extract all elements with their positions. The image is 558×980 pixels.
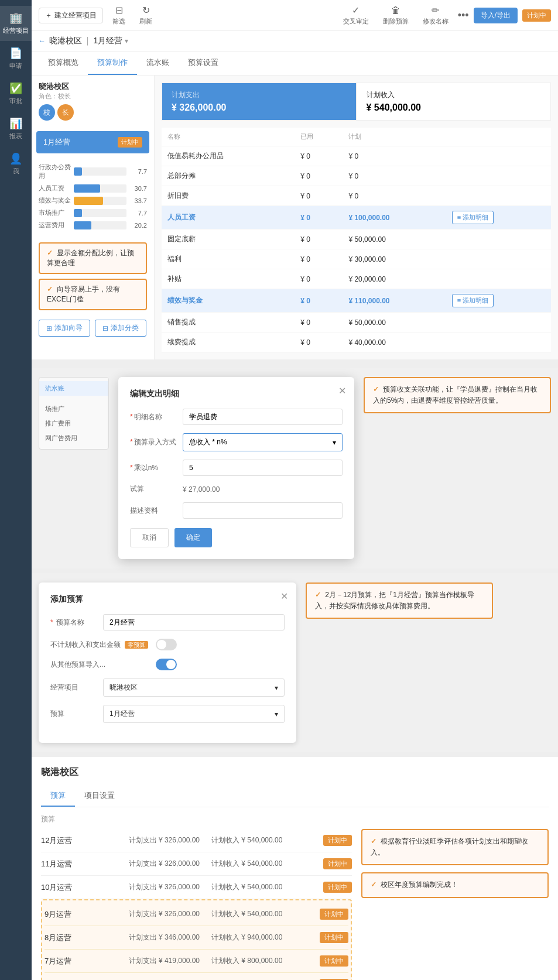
table-row: 固定底薪 ¥ 0 ¥ 50,000.00 — [162, 229, 551, 249]
add-category-button[interactable]: ⊟ 添加分类 — [95, 320, 146, 337]
list-item-nov[interactable]: 11月运营 计划支出 ¥ 326,000.00 计划收入 ¥ 540,000.0… — [41, 852, 352, 876]
period-breadcrumb: 1月经营 — [94, 36, 123, 46]
chart-track — [74, 209, 126, 217]
add-detail-bonus-button[interactable]: ≡ 添加明细 — [452, 294, 494, 307]
cancel-button[interactable]: 取消 — [130, 528, 169, 547]
sub-tab-budget[interactable]: 预算 — [41, 786, 75, 807]
list-item-sep[interactable]: 9月运营 计划支出 ¥ 326,000.00 计划收入 ¥ 540,000.00… — [44, 903, 348, 926]
tab-ledger[interactable]: 流水账 — [137, 52, 179, 75]
detail-name-input[interactable] — [183, 409, 343, 425]
add-budget-close-button[interactable]: ✕ — [280, 591, 288, 602]
top-toolbar: ＋ 建立经营项目 ⊟ 筛选 ↻ 刷新 ✓ 交叉审定 🗑 — [32, 0, 558, 31]
verify-icon: ✓ — [352, 5, 360, 16]
chevron-down-icon[interactable]: ▾ — [125, 37, 128, 45]
chart-row-admin: 行政办公费用 7.7 — [39, 163, 147, 180]
tab-budget-make[interactable]: 预算制作 — [88, 52, 137, 75]
modal-close-button[interactable]: ✕ — [338, 385, 346, 396]
sidebar-item-me[interactable]: 👤 我 — [0, 146, 32, 181]
annotation-box-template: ✓ 2月－12月预算，把『1月经营』预算当作模板导入，并按实际情况修改具体预算费… — [306, 582, 493, 619]
edit-expense-modal: 编辑支出明细 ✕ *明细名称 *预算录入方式 总收入 * n% — [118, 377, 354, 559]
project-header: 晓港校区 角色：校长 校 长 — [32, 76, 154, 126]
toolbar-more-icon[interactable]: ••• — [458, 9, 469, 22]
add-detail-salary-button[interactable]: ≡ 添加明细 — [452, 211, 494, 224]
annotation-box-1: ✓ 显示金额分配比例，让预算更合理 — [39, 242, 147, 274]
tab-settings[interactable]: 预算设置 — [179, 52, 228, 75]
section-add-budget: 添加预算 ✕ * 预算名称 不计划收入和支出金额 零预算 — [32, 573, 558, 752]
budget-name-input[interactable] — [103, 614, 285, 631]
list-item-jun[interactable]: 6月运营 计划支出 ¥ 401,000.00 计划收入 ¥ 840,000.00… — [44, 973, 348, 980]
chart-row-marketing: 市场推广 7.7 — [39, 208, 147, 217]
rename-action[interactable]: ✏ 修改名称 — [418, 5, 453, 26]
sidebar-item-reports[interactable]: 📊 报表 — [0, 111, 32, 146]
content-body: 晓港校区 角色：校长 校 长 1月经营 计划中 行政办公费用 — [32, 76, 558, 359]
avatar-group: 校 长 — [39, 104, 147, 121]
confirm-button[interactable]: 确定 — [174, 528, 212, 547]
sub-tab-project-settings[interactable]: 项目设置 — [75, 786, 124, 807]
table-row-bonus: 绩效与奖金 ¥ 0 ¥ 110,000.00 ≡ 添加明细 — [162, 289, 551, 313]
status-badge-sep: 计划中 — [320, 909, 348, 920]
delete-budget-action[interactable]: 🗑 删除预算 — [378, 5, 413, 26]
chevron-down-icon: ▾ — [275, 684, 278, 692]
modal-title: 编辑支出明细 — [130, 389, 343, 399]
back-arrow-icon[interactable]: ← — [39, 37, 46, 45]
budget-list-container: 12月运营 计划支出 ¥ 326,000.00 计划收入 ¥ 540,000.0… — [41, 829, 352, 980]
zero-budget-toggle[interactable] — [156, 639, 177, 650]
form-row-name: *明细名称 — [130, 409, 343, 425]
import-toggle[interactable] — [156, 659, 177, 670]
create-project-button[interactable]: ＋ 建立经营项目 — [39, 8, 103, 23]
modal-footer: 取消 确定 — [130, 528, 343, 547]
me-icon: 👤 — [9, 152, 22, 165]
col-header-action — [446, 128, 551, 146]
project-select[interactable]: 晓港校区 ▾ — [103, 679, 285, 697]
background-peek: 流水账 场推广 推广费用 网广告费用 — [39, 377, 109, 450]
annotation-box-budget-link: ✓ 预算收支关联功能，让『学员退费』控制在当月收入的5%内，由退费率维度管控经营… — [364, 377, 551, 413]
list-item-aug[interactable]: 8月运营 计划支出 ¥ 346,000.00 计划收入 ¥ 940,000.00… — [44, 926, 348, 950]
highlighted-group: 9月运营 计划支出 ¥ 326,000.00 计划收入 ¥ 540,000.00… — [41, 899, 352, 980]
list-item-oct[interactable]: 10月运营 计划支出 ¥ 326,000.00 计划收入 ¥ 540,000.0… — [41, 876, 352, 899]
status-badge-nov: 计划中 — [323, 858, 352, 869]
chart-row-ops: 运营费用 20.2 — [39, 221, 147, 229]
sidebar-item-approve[interactable]: ✅ 审批 — [0, 76, 32, 111]
section-label-budget: 预算 — [41, 814, 549, 824]
filter-action[interactable]: ⊟ 筛选 — [108, 5, 130, 26]
budget-table: 名称 已用 计划 低值易耗办公用品 ¥ 0 ¥ 0 — [162, 128, 551, 352]
annotation-box-complete: ✓ 校区年度预算编制完成！ — [361, 872, 549, 897]
peek-item-blank — [39, 396, 108, 402]
toolbar-right: ✓ 交叉审定 🗑 删除预算 ✏ 修改名称 ••• 导入/导出 计划中 — [338, 5, 551, 26]
section4-annotations: ✓ 根据教育行业淡旺季评估各项计划支出和期望收入。 ✓ 校区年度预算编制完成！ — [361, 829, 549, 898]
income-card[interactable]: 计划收入 ¥ 540,000.00 — [357, 83, 552, 121]
main-content: ＋ 建立经营项目 ⊟ 筛选 ↻ 刷新 ✓ 交叉审定 🗑 — [32, 0, 558, 980]
form-row-calc: 试算 ¥ 27,000.00 — [130, 484, 343, 494]
list-item-dec[interactable]: 12月运营 计划支出 ¥ 326,000.00 计划收入 ¥ 540,000.0… — [41, 829, 352, 852]
form-row-project: 经营项目 晓港校区 ▾ — [50, 679, 285, 697]
status-badge-dec: 计划中 — [323, 835, 352, 846]
form-row-multiplier: *乘以n% — [130, 460, 343, 476]
list-item-jul[interactable]: 7月运营 计划支出 ¥ 419,000.00 计划收入 ¥ 800,000.00… — [44, 950, 348, 973]
description-input[interactable] — [183, 502, 343, 519]
add-guide-button[interactable]: ⊞ 添加向导 — [39, 320, 90, 337]
export-button[interactable]: 导入/导出 — [474, 8, 518, 23]
table-row: 续费提成 ¥ 0 ¥ 40,000.00 — [162, 333, 551, 352]
apply-icon: 📄 — [9, 47, 22, 60]
col-header-used: 已用 — [295, 128, 343, 146]
table-row-salary: 人员工资 ¥ 0 ¥ 100,000.00 ≡ 添加明细 — [162, 206, 551, 229]
table-row: 低值易耗办公用品 ¥ 0 ¥ 0 — [162, 146, 551, 166]
form-row-budget-name: * 预算名称 — [50, 614, 285, 631]
add-budget-modal-wrapper: 添加预算 ✕ * 预算名称 不计划收入和支出金额 零预算 — [39, 582, 296, 743]
chart-track — [74, 167, 126, 176]
sidebar-item-projects[interactable]: 🏢 经营项目 — [0, 6, 32, 41]
budget-list-item-1month[interactable]: 1月经营 计划中 — [36, 131, 149, 153]
budget-ref-select[interactable]: 1月经营 ▾ — [103, 705, 285, 723]
chart-fill — [74, 184, 100, 193]
tab-overview[interactable]: 预算概览 — [39, 52, 88, 75]
multiplier-input[interactable] — [183, 460, 343, 476]
expense-card[interactable]: 计划支出 ¥ 326,000.00 — [162, 83, 357, 121]
annotations-area-1: ✓ 显示金额分配比例，让预算更合理 ✓ 向导容易上手，没有EXCEL门槛 — [32, 238, 154, 315]
sidebar-item-apply[interactable]: 📄 申请 — [0, 41, 32, 76]
entry-method-select[interactable]: 总收入 * n% ▾ — [183, 433, 343, 451]
edit-modal-wrapper: 编辑支出明细 ✕ *明细名称 *预算录入方式 总收入 * n% — [118, 377, 354, 559]
budget-cards: 计划支出 ¥ 326,000.00 计划收入 ¥ 540,000.00 — [162, 83, 551, 121]
refresh-action[interactable]: ↻ 刷新 — [135, 5, 157, 26]
verify-action[interactable]: ✓ 交叉审定 — [338, 5, 374, 26]
left-panel: 晓港校区 角色：校长 校 长 1月经营 计划中 行政办公费用 — [32, 76, 155, 359]
